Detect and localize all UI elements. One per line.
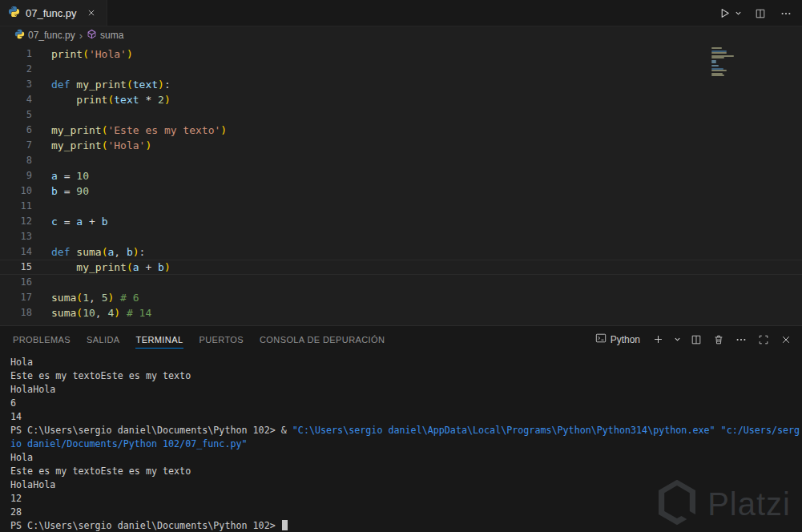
line-number: 7 [0,138,32,153]
editor-tab-bar: 07_func.py [0,0,802,26]
terminal-line: 12 [10,492,802,506]
run-dropdown-chevron-icon[interactable] [733,5,743,22]
code-line[interactable]: 17suma(1, 5) # 6 [0,290,802,305]
panel-tab-problemas[interactable]: PROBLEMAS [5,326,79,353]
tab-label: 07_func.py [26,7,77,19]
code-text: print('Hola') [32,46,133,62]
panel-toolbar: Python [592,331,794,349]
terminal-line: HolaHola [10,478,802,492]
code-text: suma(10, 4) # 14 [32,305,151,320]
split-terminal-icon[interactable] [688,331,704,349]
python-file-icon [8,6,20,20]
code-line[interactable]: 8 [0,153,802,168]
panel-more-actions-icon[interactable] [733,331,749,349]
code-line[interactable]: 13 [0,229,802,244]
line-number: 11 [0,199,32,214]
terminal-line: Hola [10,451,802,465]
terminal-line: 28 [10,506,802,519]
tab-close-icon[interactable] [84,6,99,20]
code-line[interactable]: 14def suma(a, b): [0,244,802,260]
code-text [32,199,51,214]
new-terminal-button[interactable] [650,331,666,349]
close-panel-icon[interactable] [778,331,794,349]
line-number: 14 [0,244,32,260]
kill-terminal-icon[interactable] [711,331,727,349]
line-number: 3 [0,77,32,92]
code-line[interactable]: 11 [0,199,802,214]
code-text [32,229,51,244]
code-line[interactable]: 15 my_print(a + b) [0,260,802,275]
line-number: 15 [0,260,32,274]
line-number: 6 [0,123,32,138]
editor-toolbar [716,0,794,26]
panel-tab-terminal[interactable]: TERMINAL [128,326,191,353]
code-text: print(text * 2) [32,92,171,107]
terminal-icon [595,332,607,346]
breadcrumb-file[interactable]: 07_func.py [14,29,75,42]
code-text [32,107,51,123]
vscode-window: 07_func.py [0,0,802,532]
terminal-profile-chevron-icon[interactable] [672,331,682,349]
code-line[interactable]: 1print('Hola') [0,46,802,62]
line-number: 5 [0,107,32,123]
code-text: suma(1, 5) # 6 [32,290,139,305]
panel-tab-puertos[interactable]: PUERTOS [191,326,252,353]
code-line[interactable]: 4 print(text * 2) [0,92,802,107]
code-line[interactable]: 16 [0,275,802,290]
terminal-line: 14 [10,410,802,424]
terminal-line: 6 [10,397,802,410]
code-text: def my_print(text): [32,77,171,92]
line-number: 16 [0,275,32,290]
editor-lines: 1print('Hola')23def my_print(text):4 pri… [0,46,802,320]
breadcrumb-symbol[interactable]: suma [87,29,123,42]
split-editor-icon[interactable] [752,5,768,22]
terminal-line: Este es my textoEste es my texto [10,465,802,478]
code-text: def suma(a, b): [32,244,145,260]
line-number: 13 [0,229,32,244]
code-text [32,153,51,168]
code-line[interactable]: 18suma(10, 4) # 14 [0,305,802,320]
bottom-panel: PROBLEMASSALIDATERMINALPUERTOSCONSOLA DE… [0,325,802,532]
more-actions-icon[interactable] [778,5,794,22]
panel-tabs: PROBLEMASSALIDATERMINALPUERTOSCONSOLA DE… [5,326,592,353]
code-editor[interactable]: 1print('Hola')23def my_print(text):4 pri… [0,44,802,325]
code-text: c = a + b [32,214,107,229]
python-file-icon [14,29,25,42]
code-text: a = 10 [32,168,89,183]
panel-tab-consola-de-depuraci-n[interactable]: CONSOLA DE DEPURACIÓN [252,326,393,353]
code-text: my_print('Este es my texto') [32,123,227,138]
code-line[interactable]: 5 [0,107,802,123]
code-text: my_print('Hola') [32,138,151,153]
code-line[interactable]: 10b = 90 [0,183,802,199]
code-line[interactable]: 2 [0,62,802,77]
code-line[interactable]: 12c = a + b [0,214,802,229]
code-line[interactable]: 7my_print('Hola') [0,138,802,153]
line-number: 10 [0,183,32,199]
code-line[interactable]: 3def my_print(text): [0,77,802,92]
tab-07-func-py[interactable]: 07_func.py [0,0,107,26]
terminal-output[interactable]: HolaEste es my textoEste es my textoHola… [0,353,802,532]
line-number: 1 [0,46,32,62]
terminal-line: PS C:\Users\sergio daniel\Documents\Pyth… [10,519,802,532]
run-python-file-button[interactable] [716,5,732,22]
terminal-profile-button[interactable]: Python [592,332,643,346]
code-text [32,275,51,290]
terminal-line: io daniel/Documents/Python 102/07_func.p… [10,437,802,451]
line-number: 2 [0,62,32,77]
line-number: 9 [0,168,32,183]
code-line[interactable]: 6my_print('Este es my texto') [0,123,802,138]
panel-tab-salida[interactable]: SALIDA [79,326,128,353]
line-number: 17 [0,290,32,305]
terminal-line: HolaHola [10,383,802,397]
minimap[interactable] [711,47,736,76]
line-number: 4 [0,92,32,107]
terminal-line: Hola [10,356,802,369]
terminal-cursor [282,520,288,530]
terminal-line: PS C:\Users\sergio daniel\Documents\Pyth… [10,424,802,437]
line-number: 12 [0,214,32,229]
method-symbol-icon [87,29,97,42]
maximize-panel-icon[interactable] [756,331,772,349]
terminal-line: Este es my textoEste es my texto [10,369,802,383]
code-line[interactable]: 9a = 10 [0,168,802,183]
breadcrumb-separator-icon: › [79,30,83,42]
